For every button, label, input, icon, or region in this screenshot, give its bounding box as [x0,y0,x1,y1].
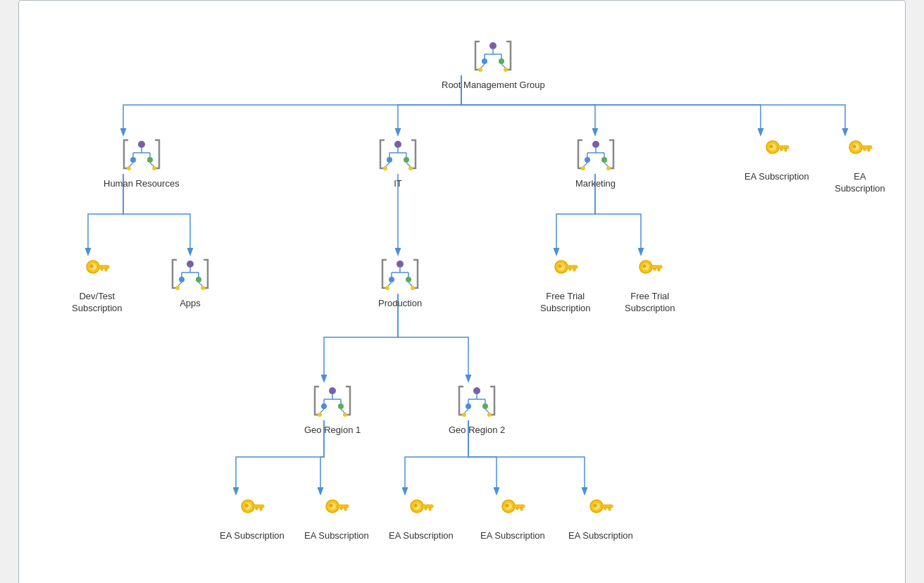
svg-point-76 [175,286,180,290]
svg-point-43 [585,157,590,163]
svg-rect-149 [516,508,518,510]
node-ea_geo2_1: EA Subscription [389,494,454,542]
svg-point-85 [389,277,394,282]
svg-point-7 [482,58,487,64]
node-ea_geo1_2: EA Subscription [304,494,369,542]
svg-rect-129 [253,505,264,508]
svg-point-31 [387,157,392,163]
svg-point-44 [601,157,607,163]
svg-rect-147 [513,505,525,508]
svg-point-138 [329,504,332,508]
management-group-icon-production [380,254,420,294]
node-hr: Human Resources [104,134,180,190]
subscription-icon-ea_geo2_1 [405,494,437,526]
svg-rect-137 [340,508,342,510]
svg-rect-51 [778,146,789,149]
svg-point-20 [147,157,153,163]
node-label-ea1: EA Subscription [744,171,809,183]
svg-point-124 [462,413,466,417]
svg-line-23 [150,163,154,167]
svg-line-111 [320,409,324,413]
svg-line-123 [464,409,468,413]
svg-point-115 [473,387,480,394]
svg-point-109 [321,403,327,409]
svg-point-67 [187,261,194,268]
svg-rect-99 [651,265,662,268]
svg-point-32 [404,157,409,163]
svg-point-10 [478,68,482,72]
svg-point-96 [558,265,561,268]
node-label-hr: Human Resources [104,178,180,190]
svg-rect-142 [429,508,431,510]
node-geo1: Geo Region 1 [304,381,361,437]
svg-line-9 [480,64,485,68]
svg-rect-64 [105,268,107,271]
svg-point-78 [201,286,205,290]
svg-point-102 [642,265,646,268]
node-marketing: Marketing [575,134,616,190]
svg-point-48 [606,166,611,170]
diagram-container: Root Management Group Human Resources [18,0,906,583]
svg-point-25 [394,141,401,148]
subscription-icon-freetrial1 [549,254,582,287]
node-label-devtest: Dev/TestSubscription [72,291,123,315]
node-production: Production [378,254,422,310]
svg-point-144 [413,504,417,508]
svg-line-35 [406,163,411,167]
svg-point-13 [138,141,145,148]
svg-rect-58 [868,149,870,151]
lines-svg [33,22,891,571]
svg-point-12 [504,68,508,72]
svg-point-66 [89,265,93,268]
svg-rect-135 [337,505,349,508]
node-label-freetrial2: Free TrialSubscription [625,291,675,315]
svg-rect-57 [861,146,872,149]
node-label-it: IT [394,178,402,190]
svg-point-22 [127,166,131,170]
node-ea_geo2_2: EA Subscription [480,494,545,542]
svg-point-112 [318,413,322,417]
svg-point-74 [196,277,201,282]
tree: Root Management Group Human Resources [33,22,891,571]
svg-rect-53 [780,149,782,151]
svg-point-88 [385,286,389,290]
svg-point-121 [466,403,471,409]
svg-line-11 [501,64,506,68]
svg-point-24 [152,166,156,170]
node-label-ea_geo1_2: EA Subscription [304,530,369,542]
node-ea_geo1_1: EA Subscription [220,494,285,542]
node-label-ea_geo2_3: EA Subscription [568,530,633,542]
subscription-icon-devtest [81,254,113,287]
svg-rect-63 [98,265,109,268]
node-ea_geo2_3: EA Subscription [568,494,633,542]
node-label-marketing: Marketing [575,178,616,190]
node-label-production: Production [378,298,422,310]
svg-point-34 [383,166,387,170]
management-group-icon-geo2 [457,381,497,420]
management-group-icon-hr [122,134,161,174]
node-label-ea_geo2_1: EA Subscription [389,530,454,542]
management-group-icon-root [473,36,513,75]
svg-rect-143 [425,508,427,510]
subscription-icon-ea2 [844,134,876,167]
svg-line-77 [199,282,203,287]
node-label-apps: Apps [180,298,201,310]
svg-rect-95 [569,268,571,270]
node-root: Root Management Group [442,36,545,92]
subscription-icon-ea_geo1_2 [320,494,353,526]
svg-line-21 [129,163,133,167]
svg-point-79 [397,261,404,268]
node-label-ea2: EA Subscription [829,171,891,195]
svg-line-33 [385,163,389,167]
subscription-icon-ea_geo2_3 [585,494,617,526]
node-it: IT [378,134,418,190]
node-label-ea_geo2_2: EA Subscription [480,530,545,542]
svg-rect-100 [658,268,660,271]
subscription-icon-ea1 [761,134,793,167]
svg-line-113 [341,409,345,413]
management-group-icon-it [378,134,418,174]
svg-point-46 [581,166,585,170]
management-group-icon-marketing [576,134,616,174]
node-apps: Apps [170,254,210,310]
svg-rect-136 [344,508,346,510]
